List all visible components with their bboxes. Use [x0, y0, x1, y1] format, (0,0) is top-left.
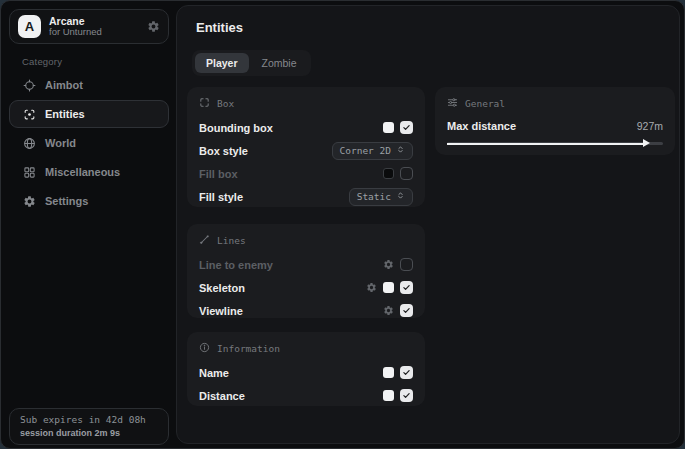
box-card-title: Box	[217, 98, 234, 109]
skeleton-label: Skeleton	[199, 282, 366, 294]
app-logo-letter: A	[25, 19, 34, 34]
information-card: Information Name Distance	[187, 332, 425, 406]
sub-expiry-text: Sub expires in 42d 08h	[20, 414, 158, 425]
box-corners-icon	[199, 97, 210, 110]
information-card-header: Information	[199, 342, 413, 355]
box-card: Box Bounding box Box style Corner 2D Fil…	[187, 87, 425, 207]
slider-thumb-arrow-icon[interactable]	[643, 139, 650, 147]
scan-icon	[23, 108, 36, 121]
viewline-label: Viewline	[199, 305, 383, 317]
fill-style-value: Static	[357, 191, 391, 202]
gear-icon	[23, 195, 36, 208]
name-row: Name	[199, 361, 413, 384]
lines-card-header: Lines	[199, 234, 413, 247]
sidebar-item-aimbot[interactable]: Aimbot	[9, 71, 169, 99]
sidebar-item-settings[interactable]: Settings	[9, 187, 169, 215]
fill-style-dropdown[interactable]: Static	[349, 188, 413, 206]
globe-icon	[23, 137, 36, 150]
sliders-icon	[447, 97, 458, 110]
fill-box-checkbox[interactable]	[400, 167, 413, 180]
bounding-box-label: Bounding box	[199, 122, 383, 134]
distance-color-swatch[interactable]	[383, 390, 394, 401]
bounding-box-color-swatch[interactable]	[383, 122, 394, 133]
max-distance-label: Max distance	[447, 120, 637, 132]
box-card-header: Box	[199, 97, 413, 110]
brand-text: Arcane for Unturned	[49, 15, 139, 38]
lines-card-title: Lines	[217, 235, 246, 246]
line-to-enemy-row: Line to enemy	[199, 253, 413, 276]
tab-player[interactable]: Player	[195, 53, 249, 73]
sidebar-item-label: Aimbot	[45, 79, 83, 91]
grid-icon	[23, 166, 36, 179]
sidebar-item-label: World	[45, 137, 76, 149]
skeleton-checkbox[interactable]	[400, 281, 413, 294]
fill-style-row: Fill style Static	[199, 185, 413, 208]
slider-fill	[447, 143, 644, 145]
line-to-enemy-label: Line to enemy	[199, 259, 383, 271]
line-to-enemy-checkbox[interactable]	[400, 258, 413, 271]
gear-icon[interactable]	[383, 259, 394, 270]
sidebar-item-entities[interactable]: Entities	[9, 100, 169, 128]
max-distance-slider[interactable]	[447, 139, 663, 148]
box-style-dropdown[interactable]: Corner 2D	[332, 142, 413, 160]
sidebar-item-label: Entities	[45, 108, 85, 120]
general-card-header: General	[447, 97, 663, 110]
fill-box-color-swatch[interactable]	[383, 168, 394, 179]
chevron-up-down-icon	[396, 145, 405, 156]
distance-checkbox[interactable]	[400, 389, 413, 402]
fill-box-label: Fill box	[199, 168, 383, 180]
brand-card: A Arcane for Unturned	[9, 9, 169, 44]
sidebar: A Arcane for Unturned Category Aimbot En…	[1, 1, 176, 448]
distance-label: Distance	[199, 390, 383, 402]
box-style-row: Box style Corner 2D	[199, 139, 413, 162]
chevron-up-down-icon	[396, 191, 405, 202]
box-style-value: Corner 2D	[340, 145, 391, 156]
sidebar-nav: Aimbot Entities World Miscellaneous Sett…	[9, 71, 169, 216]
page-title: Entities	[196, 20, 243, 35]
tab-group: Player Zombie	[192, 50, 311, 76]
gear-icon[interactable]	[366, 282, 377, 293]
tab-zombie[interactable]: Zombie	[251, 53, 308, 73]
distance-row: Distance	[199, 384, 413, 407]
fill-style-label: Fill style	[199, 191, 349, 203]
session-duration-text: session duration 2m 9s	[20, 428, 158, 438]
name-label: Name	[199, 367, 383, 379]
bounding-box-checkbox[interactable]	[400, 121, 413, 134]
skeleton-row: Skeleton	[199, 276, 413, 299]
subscription-info-card: Sub expires in 42d 08h session duration …	[9, 408, 169, 445]
app-window: A Arcane for Unturned Category Aimbot En…	[0, 0, 685, 449]
viewline-checkbox[interactable]	[400, 304, 413, 317]
bounding-box-row: Bounding box	[199, 116, 413, 139]
skeleton-color-swatch[interactable]	[383, 282, 394, 293]
max-distance-value: 927m	[637, 120, 663, 132]
category-label: Category	[22, 56, 62, 67]
app-logo: A	[18, 15, 41, 38]
fill-box-row: Fill box	[199, 162, 413, 185]
gear-icon[interactable]	[147, 20, 160, 33]
line-segment-icon	[199, 234, 210, 247]
lines-card: Lines Line to enemy Skeleton Viewline	[187, 224, 425, 318]
app-subtitle: for Unturned	[49, 27, 139, 38]
info-icon	[199, 342, 210, 355]
max-distance-row: Max distance 927m	[447, 116, 663, 136]
sidebar-item-label: Settings	[45, 195, 88, 207]
sidebar-item-label: Miscellaneous	[45, 166, 120, 178]
name-color-swatch[interactable]	[383, 367, 394, 378]
viewline-row: Viewline	[199, 299, 413, 322]
sidebar-item-miscellaneous[interactable]: Miscellaneous	[9, 158, 169, 186]
box-style-label: Box style	[199, 145, 332, 157]
gear-icon[interactable]	[383, 305, 394, 316]
information-card-title: Information	[217, 343, 280, 354]
general-card: General Max distance 927m	[435, 87, 675, 155]
sidebar-item-world[interactable]: World	[9, 129, 169, 157]
name-checkbox[interactable]	[400, 366, 413, 379]
main-panel: Entities Player Zombie Box Bounding box …	[176, 5, 680, 444]
general-card-title: General	[465, 98, 505, 109]
crosshair-icon	[23, 79, 36, 92]
